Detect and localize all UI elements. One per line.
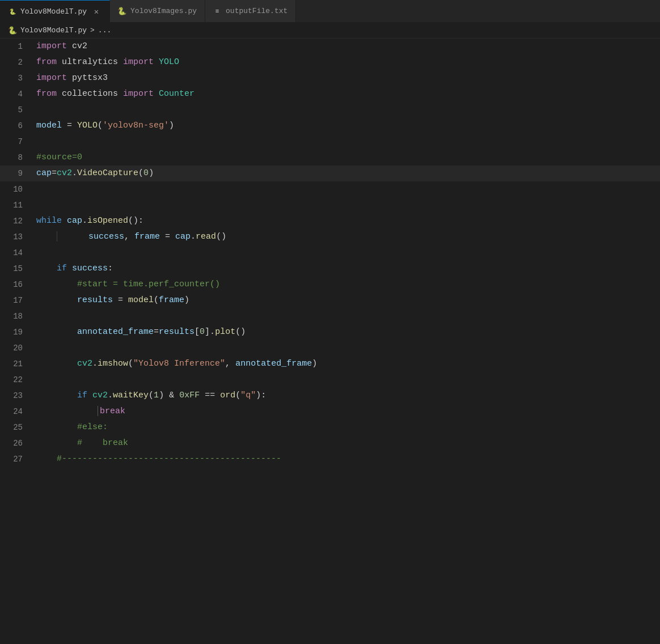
line-content-20 [34,340,660,356]
code-line-1: 1 import cv2 [0,39,660,54]
line-content-17: results = model(frame) [34,293,660,308]
code-line-6: 6 model = YOLO('yolov8n-seg') [0,118,660,134]
line-content-21: cv2.imshow("Yolov8 Inference", annotated… [34,356,660,372]
code-line-27: 27 #------------------------------------… [0,451,660,467]
code-line-14: 14 [0,245,660,261]
code-line-7: 7 [0,134,660,150]
line-number-20: 20 [0,340,34,356]
code-line-10: 10 [0,181,660,197]
code-line-21: 21 cv2.imshow("Yolov8 Inference", annota… [0,356,660,372]
tab-label-images: Yolov8Images.py [130,7,197,15]
line-number-4: 4 [0,86,34,102]
code-line-11: 11 [0,197,660,213]
line-content-18 [34,308,660,324]
breadcrumb: 🐍 Yolov8ModelT.py > ... [0,23,660,39]
tab-close-modelt[interactable]: ✕ [91,6,101,16]
tab-yolov8modelt[interactable]: 🐍 Yolov8ModelT.py ✕ [0,0,110,22]
line-number-17: 17 [0,293,34,308]
code-line-23: 23 if cv2.waitKey(1) & 0xFF == ord("q"): [0,388,660,404]
code-line-16: 16 #start = time.perf_counter() [0,277,660,293]
line-content-8: #source=0 [34,150,660,166]
code-line-19: 19 annotated_frame=results[0].plot() [0,324,660,340]
line-number-22: 22 [0,372,34,388]
code-line-2: 2 from ultralytics import YOLO [0,54,660,70]
line-number-18: 18 [0,308,34,324]
code-line-13: 13 success, frame = cap.read() [0,229,660,245]
code-line-4: 4 from collections import Counter [0,86,660,102]
tab-bar: 🐍 Yolov8ModelT.py ✕ 🐍 Yolov8Images.py ≡ … [0,0,660,23]
line-number-16: 16 [0,277,34,293]
line-number-27: 27 [0,451,34,467]
line-number-5: 5 [0,102,34,118]
line-content-6: model = YOLO('yolov8n-seg') [34,118,660,134]
line-content-2: from ultralytics import YOLO [34,54,660,70]
tab-label-modelt: Yolov8ModelT.py [20,7,87,16]
code-line-9: 9 cap=cv2.VideoCapture(0) [0,166,660,181]
line-number-12: 12 [0,213,34,229]
line-number-14: 14 [0,245,34,261]
line-number-13: 13 [0,229,34,245]
line-number-11: 11 [0,197,34,213]
line-content-25: #else: [34,420,660,435]
line-content-16: #start = time.perf_counter() [34,277,660,293]
line-content-22 [34,372,660,388]
code-line-5: 5 [0,102,660,118]
line-number-23: 23 [0,388,34,404]
line-number-19: 19 [0,324,34,340]
line-number-8: 8 [0,150,34,166]
line-content-5 [34,102,660,118]
code-line-12: 12 while cap.isOpened(): [0,213,660,229]
code-line-22: 22 [0,372,660,388]
line-content-10 [34,181,660,197]
line-content-11 [34,197,660,213]
code-line-17: 17 results = model(frame) [0,293,660,308]
tab-label-output: outputFile.txt [226,7,287,15]
line-content-15: if success: [34,261,660,277]
code-line-25: 25 #else: [0,420,660,435]
line-number-2: 2 [0,54,34,70]
breadcrumb-filename[interactable]: Yolov8ModelT.py [20,26,87,35]
line-number-10: 10 [0,181,34,197]
line-content-12: while cap.isOpened(): [34,213,660,229]
code-line-3: 3 import pyttsx3 [0,70,660,86]
code-line-18: 18 [0,308,660,324]
line-content-24: break [34,404,660,420]
py-file-icon: 🐍 [8,7,16,15]
code-line-15: 15 if success: [0,261,660,277]
line-content-19: annotated_frame=results[0].plot() [34,324,660,340]
line-content-9: cap=cv2.VideoCapture(0) [34,166,660,181]
line-number-25: 25 [0,420,34,435]
line-content-13: success, frame = cap.read() [34,229,660,245]
code-line-20: 20 [0,340,660,356]
tab-yolov8images[interactable]: 🐍 Yolov8Images.py [110,0,205,22]
line-content-1: import cv2 [34,39,660,54]
line-number-24: 24 [0,404,34,420]
line-content-3: import pyttsx3 [34,70,660,86]
breadcrumb-py-icon: 🐍 [8,26,17,35]
breadcrumb-context: ... [98,26,111,35]
line-number-15: 15 [0,261,34,277]
tab-outputfile[interactable]: ≡ outputFile.txt [205,0,296,22]
py-file-icon-2: 🐍 [118,7,126,15]
line-number-7: 7 [0,134,34,150]
line-content-27: #---------------------------------------… [34,451,660,467]
line-number-9: 9 [0,166,34,181]
code-editor[interactable]: 1 import cv2 2 from ultralytics import Y… [0,39,660,467]
code-line-24: 24 break [0,404,660,420]
line-content-23: if cv2.waitKey(1) & 0xFF == ord("q"): [34,388,660,404]
line-content-7 [34,134,660,150]
line-number-6: 6 [0,118,34,134]
line-number-21: 21 [0,356,34,372]
code-line-8: 8 #source=0 [0,150,660,166]
line-content-4: from collections import Counter [34,86,660,102]
code-line-26: 26 # break [0,435,660,451]
line-content-26: # break [34,435,660,451]
txt-file-icon: ≡ [213,7,221,15]
line-number-3: 3 [0,70,34,86]
svg-text:🐍: 🐍 [9,8,16,15]
breadcrumb-separator: > [90,26,95,35]
line-number-1: 1 [0,39,34,54]
line-number-26: 26 [0,435,34,451]
line-content-14 [34,245,660,261]
